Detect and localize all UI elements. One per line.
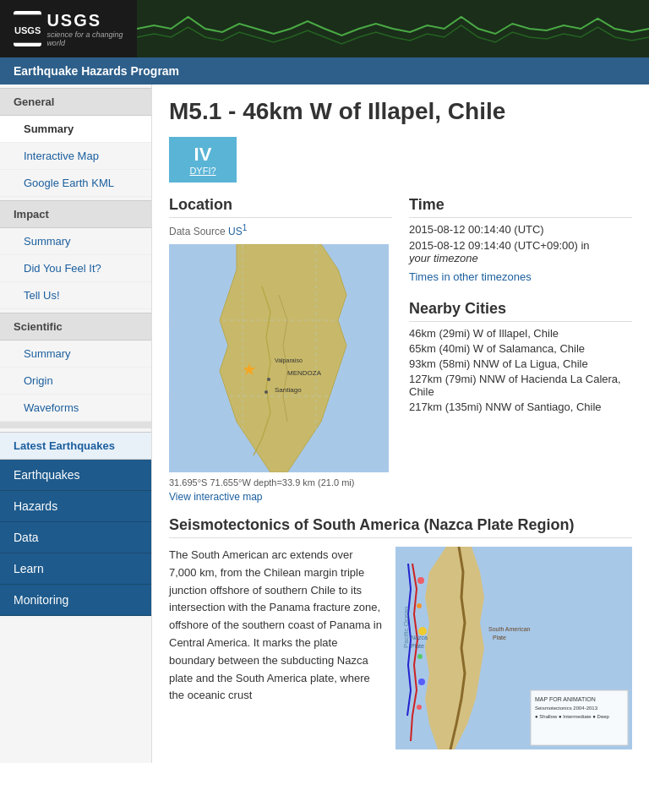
time-your-timezone: your timezone [409, 252, 478, 264]
time-col: Time 2015-08-12 00:14:40 (UTC) 2015-08-1… [409, 196, 632, 503]
header-wave [137, 0, 649, 57]
map-link[interactable]: View interactive map [169, 489, 392, 503]
location-map: ★ MENDOZA Santiago Valparaíso [169, 244, 389, 472]
other-timezones-link[interactable]: Times in other timezones [409, 270, 532, 283]
page-layout: General Summary Interactive Map Google E… [0, 84, 649, 763]
svg-point-20 [417, 705, 422, 710]
location-time-row: Location Data Source US1 [169, 196, 632, 503]
seismo-title: Seismotectonics of South America (Nazca … [169, 516, 632, 538]
main-content: M5.1 - 46km W of Illapel, Chile IV DYFI?… [152, 84, 649, 763]
sidebar: General Summary Interactive Map Google E… [0, 84, 152, 763]
svg-text:Nazca: Nazca [411, 635, 428, 640]
logo-area[interactable]: USGS USGS science for a changing world [0, 0, 137, 57]
time-local: 2015-08-12 09:14:40 (UTC+09:00) in your … [409, 239, 632, 264]
svg-point-19 [418, 678, 425, 685]
svg-text:Valparaíso: Valparaíso [275, 357, 303, 364]
data-source: Data Source US1 [169, 223, 392, 237]
bottom-nav-data[interactable]: Data [0, 522, 151, 553]
location-title: Location [169, 196, 392, 218]
logo-text: USGS [46, 11, 123, 30]
bottom-nav-learn[interactable]: Learn [0, 553, 151, 585]
seismo-text: The South American arc extends over 7,00… [169, 547, 382, 749]
time-utc: 2015-08-12 00:14:40 (UTC) [409, 223, 632, 236]
sidebar-impact-header: Impact [0, 200, 151, 228]
bottom-nav-monitoring[interactable]: Monitoring [0, 585, 151, 616]
sidebar-item-interactive-map[interactable]: Interactive Map [0, 143, 151, 170]
city-item-1: 46km (29mi) W of Illapel, Chile [409, 327, 632, 340]
time-title: Time [409, 196, 632, 218]
sidebar-scientific-header: Scientific [0, 313, 151, 341]
city-list: 46km (29mi) W of Illapel, Chile 65km (40… [409, 327, 632, 413]
sidebar-item-summary-scientific[interactable]: Summary [0, 341, 151, 368]
nav-bar[interactable]: Earthquake Hazards Program [0, 57, 649, 84]
sidebar-general-header: General [0, 88, 151, 116]
data-source-link[interactable]: US1 [228, 226, 247, 237]
page-title: M5.1 - 46km W of Illapel, Chile [169, 98, 632, 125]
data-source-label: Data Source [169, 226, 226, 237]
seismo-content: The South American arc extends over 7,00… [169, 547, 632, 749]
dyfi-badge[interactable]: IV DYFI? [169, 137, 237, 183]
svg-text:MENDOZA: MENDOZA [287, 369, 322, 377]
svg-text:Plate: Plate [411, 643, 424, 649]
svg-point-18 [417, 654, 423, 659]
svg-text:Santiago: Santiago [275, 386, 302, 394]
svg-point-15 [417, 577, 424, 584]
nearby-cities-title: Nearby Cities [409, 300, 632, 322]
sidebar-item-waveforms[interactable]: Waveforms [0, 395, 151, 422]
map-coords: 31.695°S 71.655°W depth=33.9 km (21.0 mi… [169, 477, 392, 488]
sidebar-item-google-earth[interactable]: Google Earth KML [0, 170, 151, 197]
svg-text:Seismotectonics 2004-2013: Seismotectonics 2004-2013 [535, 706, 598, 711]
dyfi-label: DYFI? [183, 166, 223, 176]
svg-point-8 [267, 378, 270, 381]
bottom-nav: Earthquakes Hazards Data Learn Monitorin… [0, 460, 151, 616]
svg-text:USGS: USGS [14, 25, 41, 35]
time-in: in [581, 239, 589, 252]
logo-subtext: science for a changing world [46, 30, 123, 47]
svg-text:● Shallow ● Intermediate ● Dee: ● Shallow ● Intermediate ● Deep [535, 714, 610, 719]
bottom-nav-earthquakes[interactable]: Earthquakes [0, 460, 151, 491]
sidebar-item-dyfi[interactable]: Did You Feel It? [0, 255, 151, 282]
view-interactive-map-link[interactable]: View interactive map [169, 491, 263, 503]
time-local-value: 2015-08-12 09:14:40 (UTC+09:00) [409, 239, 578, 252]
bottom-nav-hazards[interactable]: Hazards [0, 491, 151, 522]
sidebar-item-summary-general[interactable]: Summary [0, 116, 151, 143]
seismotectonics-section: Seismotectonics of South America (Nazca … [169, 516, 632, 749]
site-header: USGS USGS science for a changing world [0, 0, 649, 57]
svg-text:★: ★ [242, 360, 257, 379]
svg-text:MAP FOR ANIMATION: MAP FOR ANIMATION [535, 696, 596, 702]
sidebar-item-tell-us[interactable]: Tell Us! [0, 282, 151, 309]
svg-point-16 [417, 603, 422, 608]
location-col: Location Data Source US1 [169, 196, 392, 503]
svg-text:Pacific Ocean: Pacific Ocean [402, 607, 410, 648]
city-item-2: 65km (40mi) W of Salamanca, Chile [409, 342, 632, 355]
nav-title: Earthquake Hazards Program [14, 64, 179, 78]
city-item-5: 217km (135mi) NNW of Santiago, Chile [409, 401, 632, 413]
sidebar-item-origin[interactable]: Origin [0, 368, 151, 395]
svg-text:Plate: Plate [493, 635, 506, 640]
usgs-logo[interactable]: USGS USGS science for a changing world [14, 7, 123, 51]
seismo-map: MAP FOR ANIMATION Seismotectonics 2004-2… [395, 547, 632, 749]
city-item-3: 93km (58mi) NNW of La Ligua, Chile [409, 357, 632, 370]
sidebar-item-summary-impact[interactable]: Summary [0, 228, 151, 255]
map-svg: ★ MENDOZA Santiago Valparaíso [169, 244, 389, 472]
dyfi-roman: IV [183, 144, 223, 166]
sidebar-latest-eq-header: Latest Earthquakes [0, 432, 151, 460]
svg-text:South American: South American [488, 626, 531, 632]
svg-point-9 [265, 390, 268, 394]
city-item-4: 127km (79mi) NNW of Hacienda La Calera, … [409, 373, 632, 398]
